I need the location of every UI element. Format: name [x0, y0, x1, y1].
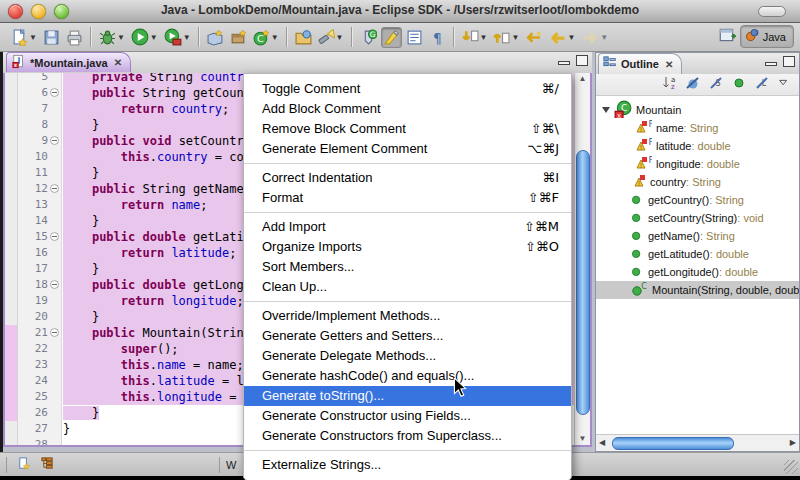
- debug-button[interactable]: ▼: [97, 27, 127, 48]
- dropdown-arrow-icon[interactable]: ▼: [29, 33, 37, 42]
- editor-vertical-scrollbar[interactable]: ▲ ▼: [574, 73, 590, 445]
- menu-item-generate-getters-and-setters[interactable]: Generate Getters and Setters...: [244, 326, 571, 346]
- menu-item-correct-indentation[interactable]: Correct Indentation⌘I: [244, 168, 571, 188]
- tab-close-icon[interactable]: ✕: [114, 57, 122, 68]
- outline-horizontal-scrollbar[interactable]: ◀ ▶: [596, 434, 799, 451]
- fold-collapse-icon[interactable]: [50, 184, 59, 193]
- editor-tab-mountain-java[interactable]: Jx *Mountain.java ✕: [6, 52, 131, 72]
- new-java-class-button[interactable]: C▼: [251, 27, 281, 48]
- occurrences-button[interactable]: G: [358, 27, 379, 48]
- show-whitespace-button[interactable]: ¶: [427, 27, 448, 48]
- fold-collapse-icon[interactable]: [50, 280, 59, 289]
- new-java-project-button[interactable]: [205, 27, 226, 48]
- highlighter-button[interactable]: [381, 27, 402, 48]
- menu-item-externalize-strings[interactable]: Externalize Strings...: [244, 455, 571, 475]
- sort-button[interactable]: az: [662, 75, 678, 95]
- menu-item-organize-imports[interactable]: Organize Imports⇧⌘O: [244, 237, 571, 257]
- menu-item-generate-delegate-methods[interactable]: Generate Delegate Methods...: [244, 346, 571, 366]
- outline-item-getcountry[interactable]: getCountry() : String: [596, 191, 799, 209]
- back-button[interactable]: ▼: [546, 27, 577, 48]
- outline-item-setcountry-string[interactable]: setCountry(String) : void: [596, 209, 799, 227]
- scroll-left-arrow[interactable]: ◀: [599, 437, 605, 449]
- menu-item-clean-up[interactable]: Clean Up...: [244, 277, 571, 297]
- outline-item-longitude[interactable]: !Flongitude : double: [596, 155, 799, 173]
- outline-close-icon[interactable]: ✕: [665, 59, 673, 70]
- menu-item-generate-tostring[interactable]: Generate toString()...: [244, 386, 571, 406]
- outline-tab[interactable]: Outline ✕: [598, 53, 682, 74]
- vertical-scroll-thumb[interactable]: [576, 150, 590, 415]
- fold-collapse-icon[interactable]: [50, 328, 59, 337]
- maximize-editor-button[interactable]: [576, 55, 588, 66]
- fold-collapse-icon[interactable]: [50, 88, 59, 97]
- run-external-button[interactable]: ▼: [162, 26, 193, 48]
- scroll-up-arrow[interactable]: ▲: [575, 73, 590, 85]
- menu-item-generate-constructors-from-superclass[interactable]: Generate Constructors from Superclass...: [244, 426, 571, 446]
- line-number: 7: [18, 101, 48, 117]
- java-perspective-button[interactable]: J Java: [740, 25, 794, 48]
- menu-item-remove-block-comment[interactable]: Remove Block Comment⇧⌘\: [244, 119, 571, 139]
- menu-item-add-import[interactable]: Add Import⇧⌘M: [244, 217, 571, 237]
- menu-item-toggle-comment[interactable]: Toggle Comment⌘/: [244, 79, 571, 99]
- field-warning-f-icon: !F: [630, 155, 652, 173]
- show-public-button[interactable]: [731, 75, 747, 95]
- scroll-right-arrow[interactable]: ▶: [790, 437, 796, 449]
- outline-item-mountain-string-double-double[interactable]: CMountain(String, double, double): [596, 281, 799, 299]
- maximize-outline-button[interactable]: [783, 56, 795, 67]
- fast-view-icon[interactable]: [17, 456, 32, 473]
- hide-static-button[interactable]: S: [708, 75, 724, 95]
- dropdown-arrow-icon[interactable]: ▼: [480, 33, 488, 42]
- resize-grip[interactable]: [784, 460, 798, 474]
- forward-button[interactable]: ▼: [579, 27, 610, 48]
- menu-item-generate-element-comment[interactable]: Generate Element Comment⌥⌘J: [244, 139, 571, 159]
- dropdown-arrow-icon[interactable]: ▼: [150, 33, 158, 42]
- outline-item-mountain[interactable]: CxMountain: [596, 101, 799, 119]
- run-button[interactable]: ▼: [129, 26, 160, 48]
- hide-local-button[interactable]: L: [754, 75, 770, 95]
- view-menu-button[interactable]: [777, 76, 791, 94]
- line-number: 10: [18, 149, 48, 165]
- search-button[interactable]: ▼: [316, 27, 346, 48]
- next-annotation-button[interactable]: ▼: [460, 27, 490, 48]
- dropdown-arrow-icon[interactable]: ▼: [271, 33, 279, 42]
- menu-item-sort-members[interactable]: Sort Members...: [244, 257, 571, 277]
- outline-item-latitude[interactable]: !Flatitude : double: [596, 137, 799, 155]
- outline-item-getname[interactable]: getName() : String: [596, 227, 799, 245]
- new-java-package-button[interactable]: [228, 27, 249, 48]
- menu-item-format[interactable]: Format⇧⌘F: [244, 188, 571, 208]
- scroll-down-arrow[interactable]: ▼: [575, 433, 590, 445]
- minimize-editor-button[interactable]: [558, 61, 570, 65]
- dropdown-arrow-icon[interactable]: ▼: [336, 33, 344, 42]
- print-button[interactable]: [64, 27, 85, 48]
- toolbar-toggle-lozenge[interactable]: [758, 6, 786, 17]
- editor-tab-bar: Jx *Mountain.java ✕: [3, 52, 592, 75]
- outline-item-getlongitude[interactable]: getLongitude() : double: [596, 263, 799, 281]
- save-button[interactable]: [41, 27, 62, 48]
- fold-collapse-icon[interactable]: [50, 232, 59, 241]
- minimize-outline-button[interactable]: [765, 62, 777, 66]
- outline-item-name[interactable]: !Fname : String: [596, 119, 799, 137]
- menu-item-label: Externalize Strings...: [262, 455, 381, 475]
- menu-item-generate-constructor-using-fields[interactable]: Generate Constructor using Fields...: [244, 406, 571, 426]
- open-perspective-button[interactable]: [718, 26, 736, 48]
- menu-item-add-block-comment[interactable]: Add Block Comment: [244, 99, 571, 119]
- last-edit-location-button[interactable]: [523, 27, 544, 48]
- dropdown-arrow-icon[interactable]: ▼: [567, 33, 575, 42]
- menu-item-generate-hashcode-and-equals[interactable]: Generate hashCode() and equals()...: [244, 366, 571, 386]
- dropdown-arrow-icon[interactable]: ▼: [117, 33, 125, 42]
- prev-annotation-button[interactable]: ▼: [491, 27, 521, 48]
- outline-item-country[interactable]: !country : String: [596, 173, 799, 191]
- hide-fields-button[interactable]: [685, 75, 701, 95]
- outline-item-getlatitude[interactable]: getLatitude() : double: [596, 245, 799, 263]
- line-number: 28: [18, 437, 48, 447]
- open-type-button[interactable]: [293, 27, 314, 48]
- fold-collapse-icon[interactable]: [50, 136, 59, 145]
- horizontal-scroll-thumb[interactable]: [612, 437, 734, 450]
- dropdown-arrow-icon[interactable]: ▼: [600, 33, 608, 42]
- dropdown-arrow-icon[interactable]: ▼: [511, 33, 519, 42]
- tree-expander-icon[interactable]: [602, 107, 610, 113]
- dropdown-arrow-icon[interactable]: ▼: [183, 33, 191, 42]
- new-wizard-button[interactable]: ▼: [9, 27, 39, 48]
- menu-item-override-implement-methods[interactable]: Override/Implement Methods...: [244, 306, 571, 326]
- segments-button[interactable]: [404, 27, 425, 48]
- show-structure-icon[interactable]: [40, 456, 55, 473]
